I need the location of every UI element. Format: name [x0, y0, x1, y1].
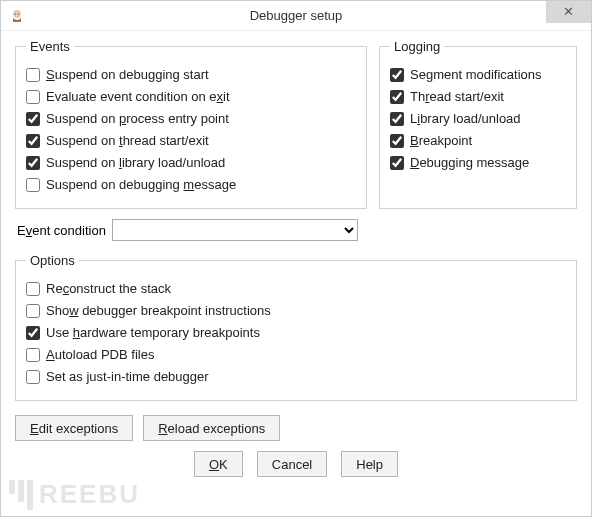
logging-item-checkbox-1[interactable] — [390, 90, 404, 104]
events-item-checkbox-4[interactable] — [26, 156, 40, 170]
app-icon — [9, 8, 25, 24]
options-item-row: Use hardware temporary breakpoints — [26, 324, 566, 342]
events-item-checkbox-3[interactable] — [26, 134, 40, 148]
events-item-checkbox-5[interactable] — [26, 178, 40, 192]
logging-item-label: Thread start/exit — [410, 88, 504, 106]
dialog-body: Events Suspend on debugging startEvaluat… — [1, 31, 591, 491]
event-condition-row: Event condition — [17, 219, 575, 241]
options-legend: Options — [26, 253, 79, 268]
logging-item-row: Thread start/exit — [390, 88, 566, 106]
window-title: Debugger setup — [1, 8, 591, 23]
options-item-label: Use hardware temporary breakpoints — [46, 324, 260, 342]
event-condition-select[interactable] — [112, 219, 358, 241]
options-item-label: Show debugger breakpoint instructions — [46, 302, 271, 320]
logging-item-checkbox-0[interactable] — [390, 68, 404, 82]
logging-legend: Logging — [390, 39, 444, 54]
close-button[interactable]: ✕ — [546, 1, 591, 23]
events-item-row: Suspend on process entry point — [26, 110, 356, 128]
logging-item-checkbox-3[interactable] — [390, 134, 404, 148]
events-item-label: Evaluate event condition on exit — [46, 88, 230, 106]
options-item-label: Set as just-in-time debugger — [46, 368, 209, 386]
close-icon: ✕ — [563, 4, 574, 19]
options-item-row: Show debugger breakpoint instructions — [26, 302, 566, 320]
options-item-row: Reconstruct the stack — [26, 280, 566, 298]
ok-button[interactable]: OK — [194, 451, 243, 477]
logging-item-row: Segment modifications — [390, 66, 566, 84]
logging-item-checkbox-2[interactable] — [390, 112, 404, 126]
options-item-checkbox-4[interactable] — [26, 370, 40, 384]
logging-item-label: Segment modifications — [410, 66, 542, 84]
events-item-row: Suspend on debugging start — [26, 66, 356, 84]
options-item-row: Set as just-in-time debugger — [26, 368, 566, 386]
options-item-label: Autoload PDB files — [46, 346, 154, 364]
logging-item-checkbox-4[interactable] — [390, 156, 404, 170]
event-condition-label: Event condition — [17, 223, 106, 238]
help-button[interactable]: Help — [341, 451, 398, 477]
logging-item-label: Debugging message — [410, 154, 529, 172]
svg-point-1 — [15, 13, 16, 14]
logging-item-row: Breakpoint — [390, 132, 566, 150]
svg-point-2 — [18, 13, 19, 14]
events-group: Events Suspend on debugging startEvaluat… — [15, 39, 367, 209]
events-item-row: Suspend on debugging message — [26, 176, 356, 194]
events-item-label: Suspend on process entry point — [46, 110, 229, 128]
options-item-label: Reconstruct the stack — [46, 280, 171, 298]
events-item-label: Suspend on debugging start — [46, 66, 209, 84]
options-item-checkbox-3[interactable] — [26, 348, 40, 362]
svg-point-0 — [13, 10, 21, 18]
logging-item-row: Debugging message — [390, 154, 566, 172]
events-item-label: Suspend on debugging message — [46, 176, 236, 194]
events-legend: Events — [26, 39, 74, 54]
titlebar: Debugger setup ✕ — [1, 1, 591, 31]
options-item-row: Autoload PDB files — [26, 346, 566, 364]
logging-item-label: Breakpoint — [410, 132, 472, 150]
events-item-label: Suspend on library load/unload — [46, 154, 225, 172]
events-item-checkbox-1[interactable] — [26, 90, 40, 104]
logging-item-row: Library load/unload — [390, 110, 566, 128]
events-item-row: Evaluate event condition on exit — [26, 88, 356, 106]
options-group: Options Reconstruct the stackShow debugg… — [15, 253, 577, 401]
edit-exceptions-button[interactable]: Edit exceptions — [15, 415, 133, 441]
options-item-checkbox-1[interactable] — [26, 304, 40, 318]
cancel-button[interactable]: Cancel — [257, 451, 327, 477]
events-item-row: Suspend on library load/unload — [26, 154, 356, 172]
events-item-label: Suspend on thread start/exit — [46, 132, 209, 150]
reload-exceptions-button[interactable]: Reload exceptions — [143, 415, 280, 441]
events-item-checkbox-2[interactable] — [26, 112, 40, 126]
events-item-checkbox-0[interactable] — [26, 68, 40, 82]
logging-group: Logging Segment modificationsThread star… — [379, 39, 577, 209]
options-item-checkbox-2[interactable] — [26, 326, 40, 340]
logging-item-label: Library load/unload — [410, 110, 521, 128]
options-item-checkbox-0[interactable] — [26, 282, 40, 296]
events-item-row: Suspend on thread start/exit — [26, 132, 356, 150]
